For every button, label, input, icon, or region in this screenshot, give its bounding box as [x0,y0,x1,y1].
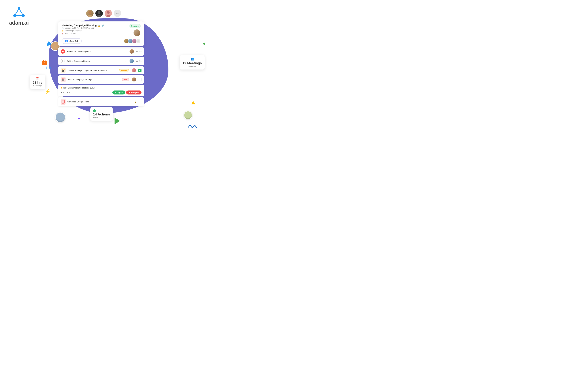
meeting-card-bottom: Join Call +4 [62,38,140,44]
agenda-inactive-icon [61,59,65,63]
svg-point-12 [88,11,92,14]
vote-buttons: ▲ Agree ▼ Disagree [112,90,142,94]
decision-item: Increase campaign budget by 15%? ··· 9 ▲… [58,85,144,96]
task-checkbox-done[interactable]: ✓ [138,68,142,72]
actions-check-icon: ✓ [93,109,96,112]
floating-avatars-top: +4 [86,9,122,18]
file-item: PDF Campaign Budget - Final 🔒 ··· [58,97,144,106]
vote-counts: 9 ▲ 6 ▼ [61,91,70,94]
side-avatar-bottom-left [55,112,66,122]
agenda-time-1: 22 min [136,50,142,52]
stat-hours-number: 23 hrs [32,81,42,85]
deco-dot-green-icon [203,42,205,45]
task-title-1: Send Campaign budget for finance approva… [68,69,117,72]
calendar-icon: 📅 [32,77,42,80]
stat-actions-label: Active [93,116,110,118]
task-item-2: Apr 13 Finalize campaign strategy High [58,75,144,84]
join-call-label: Join Call [70,40,78,42]
disagree-button[interactable]: ▼ Disagree [126,90,142,94]
deco-triangle-yellow-icon [191,101,196,104]
agenda-item-2-text: Outline Campaign Strategy [67,60,124,62]
logo-icon [12,6,26,18]
status-badge: Running [129,24,140,28]
task-priority-high: High [122,78,129,81]
join-call-button[interactable]: Join Call [62,38,82,44]
meeting-location: 📍 Headquarters [62,32,104,34]
stat-meetings-number: 12 Meetings [182,61,202,65]
folder-icon: 📁 [62,30,64,32]
vote-down-count: 6 ▼ [66,91,70,94]
deco-play-green-icon [114,118,120,124]
avatar-3 [104,9,112,18]
meetings-icon: 👥 [182,57,202,61]
svg-rect-9 [44,62,45,63]
task-item-1: Apr 20 Send Campaign budget for finance … [58,66,144,74]
agenda-avatar-1 [129,49,134,54]
task-day-2: 13 [62,79,64,81]
meeting-project: 📁 Marketing Campaign [62,30,104,32]
file-lock-icon: 🔒 [134,101,137,103]
disagree-arrow-icon: ▼ [128,92,130,94]
agree-label: Agree [117,92,122,94]
svg-point-11 [88,15,92,18]
file-pdf-icon: PDF [61,99,66,104]
lock-icon: 🔒 [98,24,100,27]
decision-dot-icon [61,87,62,88]
task-title-2: Finalize campaign strategy [68,78,120,81]
logo-area: adam.ai [9,6,29,26]
decision-text: Increase campaign budget by 15%? [63,87,137,89]
agenda-active-icon [61,49,65,54]
meeting-card-header: Marketing Campaign Planning 🔒 🔗 🕐 Monday… [62,24,140,36]
agenda-time-2: 30 min [136,60,142,62]
agree-button[interactable]: ▲ Agree [112,90,125,94]
zoom-icon [65,40,68,42]
task-day-1: 20 [62,70,64,72]
agenda-item-1: Brainstorm marketing ideas › 22 min [58,47,144,56]
task-avatar-1 [132,68,136,72]
meeting-card: Marketing Campaign Planning 🔒 🔗 🕐 Monday… [58,22,144,46]
meeting-title-text: Marketing Campaign Planning [62,24,96,27]
vote-up-count: 9 ▲ [61,91,64,94]
agenda-avatar-2 [129,58,134,64]
task-avatar-2 [132,77,136,82]
file-more-icon[interactable]: ··· [138,100,142,103]
avatar-1 [86,9,94,18]
location-icon: 📍 [62,32,64,34]
file-name-text: Campaign Budget - Final [68,100,132,103]
stat-card-hours: 📅 23 hrs in Meetings [30,75,45,89]
task-priority-medium: Medium [119,69,129,72]
agenda-item-1-text: Brainstorm marketing ideas [67,50,124,53]
svg-point-17 [107,11,110,14]
chevron-icon-1: › [126,50,126,53]
stat-card-actions: ✓ 14 Actions Active [90,107,113,121]
avatar-plus: +4 [113,9,122,18]
deco-dots-grid-icon [46,66,52,69]
cards-container: Marketing Campaign Planning 🔒 🔗 🕐 Monday… [58,22,144,106]
stop-icon [62,51,64,52]
logo-text: adam.ai [9,20,29,26]
decision-header: Increase campaign budget by 15%? ··· [61,86,142,89]
svg-point-14 [98,11,100,14]
stat-hours-label: in Meetings [32,85,42,87]
task-checkbox-empty[interactable] [138,78,142,81]
stat-meetings-label: Upcoming [182,65,202,68]
stat-actions-number: 14 Actions [93,112,110,116]
meeting-host-avatar [133,29,140,36]
meeting-title: Marketing Campaign Planning 🔒 🔗 [62,24,104,27]
stat-card-meetings: 👥 12 Meetings Upcoming [180,55,204,70]
side-avatar-bottom-right [184,111,192,120]
decision-more-icon[interactable]: ··· [138,86,142,89]
deco-dot-purple-icon [78,118,80,120]
meeting-time: 🕐 Monday 11:00 AM - 1:00 PM (2 hrs) [62,27,104,29]
decision-votes: 9 ▲ 6 ▼ ▲ Agree ▼ Disagree [61,90,142,94]
deco-lightning-icon: ⚡ [44,89,50,95]
svg-text:PDF: PDF [62,101,64,103]
deco-briefcase-icon [41,60,48,66]
chevron-icon-2: › [126,60,126,62]
agree-arrow-icon: ▲ [115,92,117,94]
clock-icon: 🕐 [62,27,64,29]
task-date-badge-2: Apr 13 [61,77,66,82]
agenda-item-2: Outline Campaign Strategy › 30 min [58,57,144,65]
link-icon: 🔗 [102,24,104,27]
disagree-label: Disagree [131,92,139,94]
